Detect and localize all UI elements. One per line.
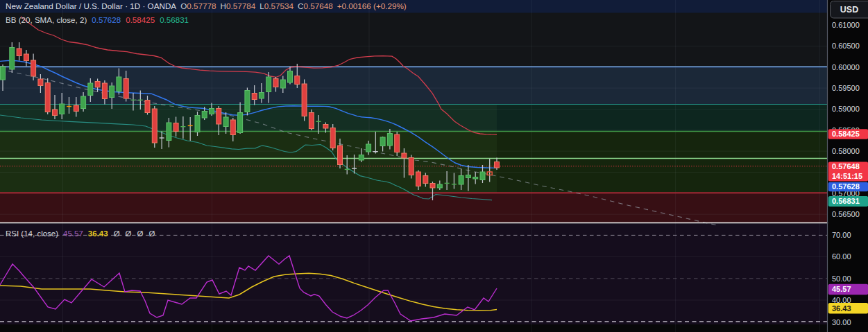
svg-text:0.58000: 0.58000 <box>832 147 860 155</box>
svg-text:0.57648: 0.57648 <box>832 162 860 171</box>
svg-text:14:51:15: 14:51:15 <box>832 172 862 180</box>
svg-text:USD: USD <box>840 5 858 15</box>
svg-text:0.59500: 0.59500 <box>832 84 860 92</box>
svg-text:0.56831: 0.56831 <box>832 197 860 205</box>
svg-text:0.60500: 0.60500 <box>832 42 860 50</box>
svg-text:BB (20, SMA, close, 2)0.576280: BB (20, SMA, close, 2)0.576280.584250.56… <box>6 15 189 24</box>
svg-text:0.58425: 0.58425 <box>832 130 860 138</box>
svg-text:36.43: 36.43 <box>832 304 851 313</box>
svg-text:0.57628: 0.57628 <box>832 182 860 191</box>
svg-text:70.00: 70.00 <box>832 231 851 239</box>
svg-text:0.61000: 0.61000 <box>832 21 860 29</box>
svg-text:60.00: 60.00 <box>832 252 851 261</box>
svg-text:30.00: 30.00 <box>832 318 851 326</box>
svg-text:40.00: 40.00 <box>832 296 851 304</box>
svg-text:0.60000: 0.60000 <box>832 63 860 71</box>
svg-text:0.59000: 0.59000 <box>832 105 860 113</box>
svg-text:New Zealand Dollar / U.S. Doll: New Zealand Dollar / U.S. Dollar · 1D · … <box>6 1 407 10</box>
svg-text:45.57: 45.57 <box>832 285 851 293</box>
svg-text:50.00: 50.00 <box>832 274 851 283</box>
svg-text:0.56500: 0.56500 <box>832 210 860 218</box>
